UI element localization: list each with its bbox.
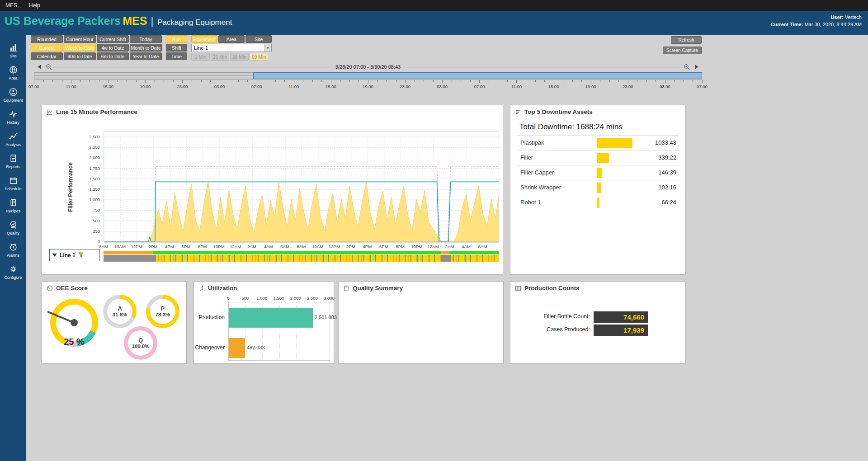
downtime-value: 146:39: [658, 169, 676, 176]
state-segment-orange: [441, 251, 449, 254]
x-tick-label: 8PM: [396, 244, 405, 249]
axis-tick-label: 19:00: [363, 84, 373, 89]
y-tick-label: 2,250: [89, 145, 100, 150]
x-tick-label: 10AM: [312, 244, 324, 249]
x-tick-label: 12PM: [329, 244, 340, 249]
btn-week-to-date[interactable]: Week to Date: [64, 44, 96, 52]
btn-today[interactable]: Today: [130, 35, 162, 43]
downtime-value: 1033:43: [655, 139, 676, 146]
menu-mes[interactable]: MES: [5, 2, 17, 9]
btn-site[interactable]: Site: [245, 35, 272, 43]
axis-tick-label: 23:00: [177, 84, 188, 89]
sidebar-item-schedule[interactable]: Schedule: [0, 172, 26, 194]
run-state-strip: [104, 251, 499, 254]
line-dropdown[interactable]: Line 1 ▼: [191, 44, 272, 52]
axis-tick: [535, 80, 536, 82]
axis-tick: [461, 80, 461, 82]
timeline: 3/28/20 07:00 - 3/30/20 08:43 07:0011:00…: [34, 63, 702, 90]
btn-month-to-date[interactable]: Month to Date: [130, 44, 162, 52]
axis-tick-label: 15:00: [326, 84, 336, 89]
downtime-bar: [597, 198, 599, 208]
panel-title: Line 15 Minute Performance: [56, 108, 137, 115]
btn-60-min[interactable]: 60 Min: [250, 53, 268, 61]
timeline-selection[interactable]: [253, 72, 702, 79]
btn-year-to-date[interactable]: Year to Date: [130, 52, 162, 60]
btn-shift[interactable]: Shift: [166, 44, 187, 52]
timeline-track[interactable]: [34, 72, 702, 79]
btn-area[interactable]: Area: [218, 35, 245, 43]
axis-tick: [396, 80, 396, 82]
btn-30-min[interactable]: 30 Min: [230, 53, 249, 61]
line-selector-label: Line 1: [60, 252, 75, 259]
axis-tick: [609, 80, 610, 82]
menu-help[interactable]: Help: [29, 2, 40, 9]
axis-tick: [52, 80, 53, 82]
panel-header: Quality Summary: [339, 282, 503, 293]
zoom-in-icon[interactable]: [684, 64, 690, 71]
btn-run[interactable]: Run: [166, 35, 187, 43]
downtime-row: Filler Capper146:39: [517, 165, 679, 180]
page-title: Packaging Equipment: [157, 18, 232, 27]
axis-tick: [693, 80, 693, 82]
sidebar-item-area[interactable]: Area: [0, 61, 26, 84]
sidebar-item-recipes[interactable]: Recipes: [0, 194, 26, 216]
user-label: User:: [831, 14, 844, 20]
axis-tick-label: 19:00: [585, 84, 596, 89]
axis-tick: [452, 80, 452, 82]
scroll-right-icon[interactable]: [695, 65, 698, 69]
detail-state-strip: [104, 255, 499, 262]
btn-calendar[interactable]: Calendar: [31, 52, 63, 60]
timeline-axis: 07:0011:0015:0019:0023:0003:0007:0011:00…: [34, 80, 702, 90]
sidebar-item-equipment[interactable]: Equipment: [0, 84, 26, 106]
sidebar-item-reports[interactable]: Reports: [0, 150, 26, 172]
brand-row: US Beverage Packers MES | Packaging Equi…: [5, 14, 232, 28]
downtime-rows: Plastipak1033:43Filler339:22Filler Cappe…: [517, 135, 679, 210]
zoom-out-icon[interactable]: [46, 64, 52, 71]
btn-current-shift[interactable]: Current Shift: [97, 35, 129, 43]
axis-tick: [210, 80, 211, 82]
utilization-bar: [229, 308, 313, 328]
btn-90d-to-date[interactable]: 90d to Date: [64, 52, 96, 60]
btn-time[interactable]: Time: [166, 52, 187, 60]
btn-15-min[interactable]: 15 Min: [211, 53, 229, 61]
panel-header: Line 15 Minute Performance: [42, 105, 503, 117]
btn-rounded[interactable]: Rounded: [31, 35, 63, 43]
toolbar: Rounded Current Hour Current Shift Today…: [31, 35, 272, 61]
utilization-bar: [229, 338, 245, 358]
alarm-clock-icon: [9, 242, 18, 252]
equipment-icon: [9, 87, 18, 97]
axis-tick: [173, 80, 174, 82]
scroll-left-icon[interactable]: [38, 65, 41, 69]
utilization-tick-label: 1,500: [274, 296, 284, 301]
axis-tick-label: 11:00: [288, 84, 299, 89]
btn-6m-to-date[interactable]: 6m to Date: [97, 52, 129, 60]
axis-tick-label: 15:00: [103, 84, 113, 89]
sidebar-item-site[interactable]: Site: [0, 39, 26, 61]
axis-tick: [99, 80, 99, 82]
gauge-hub: [71, 319, 78, 326]
x-tick-label: 8AM: [99, 244, 108, 249]
chevron-down-icon[interactable]: ▼: [264, 44, 271, 52]
filler-bottle-count-value: 74,660: [594, 311, 648, 323]
btn-equipment[interactable]: Equipment: [191, 35, 217, 43]
axis-tick: [526, 80, 526, 82]
time-value: Mar 30, 2020, 8:44:29 AM: [804, 22, 862, 27]
screen-capture-button[interactable]: Screen Capture: [663, 47, 702, 54]
y-tick-label: 1,000: [89, 197, 100, 202]
btn-4w-to-date[interactable]: 4w to Date: [97, 44, 129, 52]
line-dropdown-value: Line 1: [194, 45, 208, 51]
availability-ring: A31.8%: [103, 295, 137, 328]
sidebar-item-configure[interactable]: Configure: [0, 261, 26, 283]
sidebar-item-quality[interactable]: Quality: [0, 216, 26, 239]
btn-1-min[interactable]: 1 Min: [191, 53, 210, 61]
sidebar-item-alarms[interactable]: Alarms: [0, 239, 26, 261]
btn-current[interactable]: Current: [31, 44, 63, 52]
line-selector[interactable]: Line 1: [49, 249, 100, 261]
axis-tick: [127, 80, 127, 82]
sidebar-item-analysis[interactable]: Analysis: [0, 128, 26, 150]
axis-tick: [349, 80, 350, 82]
y-tick-label: 1,750: [89, 166, 100, 171]
refresh-button[interactable]: Refresh: [671, 36, 702, 44]
btn-current-hour[interactable]: Current Hour: [64, 35, 96, 43]
sidebar-item-history[interactable]: History: [0, 106, 26, 128]
